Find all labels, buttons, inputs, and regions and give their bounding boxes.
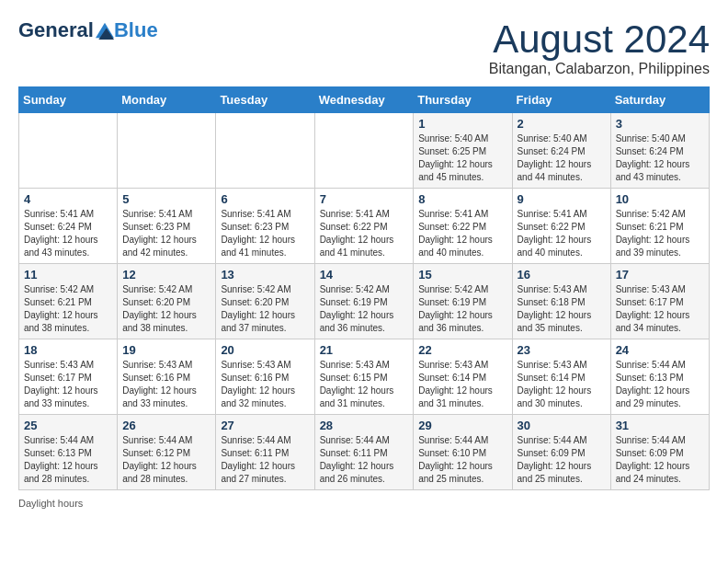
calendar-day-14: 14Sunrise: 5:42 AM Sunset: 6:19 PM Dayli…	[314, 264, 414, 339]
day-info: Sunrise: 5:44 AM Sunset: 6:13 PM Dayligh…	[616, 359, 704, 410]
calendar-empty-cell	[118, 113, 216, 189]
calendar-day-9: 9Sunrise: 5:41 AM Sunset: 6:22 PM Daylig…	[512, 189, 610, 264]
calendar-day-3: 3Sunrise: 5:40 AM Sunset: 6:24 PM Daylig…	[610, 113, 709, 189]
day-number: 27	[221, 419, 309, 432]
day-info: Sunrise: 5:41 AM Sunset: 6:22 PM Dayligh…	[320, 208, 409, 259]
day-info: Sunrise: 5:43 AM Sunset: 6:15 PM Dayligh…	[320, 359, 409, 410]
calendar-day-13: 13Sunrise: 5:42 AM Sunset: 6:20 PM Dayli…	[216, 264, 314, 339]
day-number: 11	[24, 268, 112, 282]
day-info: Sunrise: 5:43 AM Sunset: 6:14 PM Dayligh…	[518, 359, 606, 410]
calendar-day-28: 28Sunrise: 5:44 AM Sunset: 6:11 PM Dayli…	[314, 415, 414, 490]
calendar-day-21: 21Sunrise: 5:43 AM Sunset: 6:15 PM Dayli…	[314, 339, 414, 415]
day-number: 14	[320, 268, 409, 282]
day-header-tuesday: Tuesday	[216, 87, 314, 113]
footer-note: Daylight hours	[18, 498, 710, 509]
calendar-day-8: 8Sunrise: 5:41 AM Sunset: 6:22 PM Daylig…	[414, 189, 512, 264]
day-header-monday: Monday	[118, 87, 216, 113]
day-info: Sunrise: 5:43 AM Sunset: 6:17 PM Dayligh…	[24, 359, 112, 410]
calendar-week-row: 1Sunrise: 5:40 AM Sunset: 6:25 PM Daylig…	[19, 113, 710, 189]
day-number: 4	[24, 192, 112, 206]
day-number: 9	[518, 192, 606, 206]
calendar-day-4: 4Sunrise: 5:41 AM Sunset: 6:24 PM Daylig…	[19, 189, 118, 264]
day-number: 16	[518, 268, 606, 282]
day-info: Sunrise: 5:40 AM Sunset: 6:24 PM Dayligh…	[518, 132, 606, 184]
calendar-day-19: 19Sunrise: 5:43 AM Sunset: 6:16 PM Dayli…	[118, 339, 216, 415]
day-number: 24	[616, 343, 704, 357]
day-header-saturday: Saturday	[610, 87, 709, 113]
day-number: 23	[518, 343, 606, 357]
calendar-day-5: 5Sunrise: 5:41 AM Sunset: 6:23 PM Daylig…	[118, 189, 216, 264]
day-header-wednesday: Wednesday	[314, 87, 414, 113]
day-info: Sunrise: 5:40 AM Sunset: 6:25 PM Dayligh…	[418, 132, 506, 184]
calendar-day-18: 18Sunrise: 5:43 AM Sunset: 6:17 PM Dayli…	[19, 339, 118, 415]
calendar-header-row: SundayMondayTuesdayWednesdayThursdayFrid…	[19, 87, 710, 113]
day-info: Sunrise: 5:43 AM Sunset: 6:18 PM Dayligh…	[518, 283, 606, 335]
day-info: Sunrise: 5:44 AM Sunset: 6:09 PM Dayligh…	[518, 434, 606, 486]
day-number: 20	[221, 343, 309, 357]
day-header-sunday: Sunday	[19, 87, 118, 113]
day-number: 6	[221, 192, 309, 206]
day-info: Sunrise: 5:44 AM Sunset: 6:12 PM Dayligh…	[122, 434, 210, 486]
calendar-table: SundayMondayTuesdayWednesdayThursdayFrid…	[18, 86, 710, 490]
calendar-day-6: 6Sunrise: 5:41 AM Sunset: 6:23 PM Daylig…	[216, 189, 314, 264]
calendar-day-26: 26Sunrise: 5:44 AM Sunset: 6:12 PM Dayli…	[118, 415, 216, 490]
logo-icon	[96, 21, 114, 40]
day-number: 31	[616, 419, 704, 432]
day-number: 8	[418, 192, 506, 206]
calendar-day-12: 12Sunrise: 5:42 AM Sunset: 6:20 PM Dayli…	[118, 264, 216, 339]
day-number: 5	[122, 192, 210, 206]
day-number: 18	[24, 343, 112, 357]
calendar-week-row: 18Sunrise: 5:43 AM Sunset: 6:17 PM Dayli…	[19, 339, 710, 415]
calendar-empty-cell	[216, 113, 314, 189]
calendar-week-row: 25Sunrise: 5:44 AM Sunset: 6:13 PM Dayli…	[19, 415, 710, 490]
day-info: Sunrise: 5:42 AM Sunset: 6:21 PM Dayligh…	[616, 208, 704, 259]
day-info: Sunrise: 5:43 AM Sunset: 6:16 PM Dayligh…	[122, 359, 210, 410]
logo-general-text: General	[18, 18, 94, 42]
calendar-day-31: 31Sunrise: 5:44 AM Sunset: 6:09 PM Dayli…	[610, 415, 709, 490]
day-number: 12	[122, 268, 210, 282]
day-number: 10	[616, 192, 704, 206]
day-info: Sunrise: 5:40 AM Sunset: 6:24 PM Dayligh…	[616, 132, 704, 184]
title-area: August 2024 Bitangan, Calabarzon, Philip…	[489, 18, 710, 77]
day-info: Sunrise: 5:41 AM Sunset: 6:22 PM Dayligh…	[418, 208, 506, 259]
day-info: Sunrise: 5:43 AM Sunset: 6:14 PM Dayligh…	[418, 359, 506, 410]
logo: General Blue	[18, 18, 158, 42]
calendar-day-15: 15Sunrise: 5:42 AM Sunset: 6:19 PM Dayli…	[414, 264, 512, 339]
day-info: Sunrise: 5:41 AM Sunset: 6:24 PM Dayligh…	[24, 208, 112, 259]
day-info: Sunrise: 5:42 AM Sunset: 6:20 PM Dayligh…	[221, 283, 309, 335]
header: General Blue August 2024 Bitangan, Calab…	[18, 18, 710, 77]
day-info: Sunrise: 5:44 AM Sunset: 6:11 PM Dayligh…	[221, 434, 309, 486]
day-header-thursday: Thursday	[414, 87, 512, 113]
day-info: Sunrise: 5:44 AM Sunset: 6:10 PM Dayligh…	[418, 434, 506, 486]
calendar-day-7: 7Sunrise: 5:41 AM Sunset: 6:22 PM Daylig…	[314, 189, 414, 264]
day-number: 21	[320, 343, 409, 357]
calendar-day-20: 20Sunrise: 5:43 AM Sunset: 6:16 PM Dayli…	[216, 339, 314, 415]
calendar-day-29: 29Sunrise: 5:44 AM Sunset: 6:10 PM Dayli…	[414, 415, 512, 490]
calendar-day-16: 16Sunrise: 5:43 AM Sunset: 6:18 PM Dayli…	[512, 264, 610, 339]
day-number: 26	[122, 419, 210, 432]
calendar-day-17: 17Sunrise: 5:43 AM Sunset: 6:17 PM Dayli…	[610, 264, 709, 339]
day-info: Sunrise: 5:43 AM Sunset: 6:17 PM Dayligh…	[616, 283, 704, 335]
calendar-week-row: 4Sunrise: 5:41 AM Sunset: 6:24 PM Daylig…	[19, 189, 710, 264]
day-info: Sunrise: 5:44 AM Sunset: 6:09 PM Dayligh…	[616, 434, 704, 486]
day-info: Sunrise: 5:42 AM Sunset: 6:21 PM Dayligh…	[24, 283, 112, 335]
calendar-empty-cell	[314, 113, 414, 189]
day-header-friday: Friday	[512, 87, 610, 113]
calendar-day-10: 10Sunrise: 5:42 AM Sunset: 6:21 PM Dayli…	[610, 189, 709, 264]
day-info: Sunrise: 5:41 AM Sunset: 6:22 PM Dayligh…	[518, 208, 606, 259]
calendar-day-27: 27Sunrise: 5:44 AM Sunset: 6:11 PM Dayli…	[216, 415, 314, 490]
day-info: Sunrise: 5:44 AM Sunset: 6:11 PM Dayligh…	[320, 434, 409, 486]
calendar-day-22: 22Sunrise: 5:43 AM Sunset: 6:14 PM Dayli…	[414, 339, 512, 415]
calendar-day-11: 11Sunrise: 5:42 AM Sunset: 6:21 PM Dayli…	[19, 264, 118, 339]
calendar-day-24: 24Sunrise: 5:44 AM Sunset: 6:13 PM Dayli…	[610, 339, 709, 415]
day-number: 19	[122, 343, 210, 357]
logo-blue-text: Blue	[114, 18, 158, 42]
calendar-week-row: 11Sunrise: 5:42 AM Sunset: 6:21 PM Dayli…	[19, 264, 710, 339]
month-title: August 2024	[489, 18, 710, 61]
day-info: Sunrise: 5:42 AM Sunset: 6:19 PM Dayligh…	[418, 283, 506, 335]
day-number: 7	[320, 192, 409, 206]
day-number: 2	[518, 117, 606, 131]
day-number: 29	[418, 419, 506, 432]
day-number: 17	[616, 268, 704, 282]
day-number: 25	[24, 419, 112, 432]
